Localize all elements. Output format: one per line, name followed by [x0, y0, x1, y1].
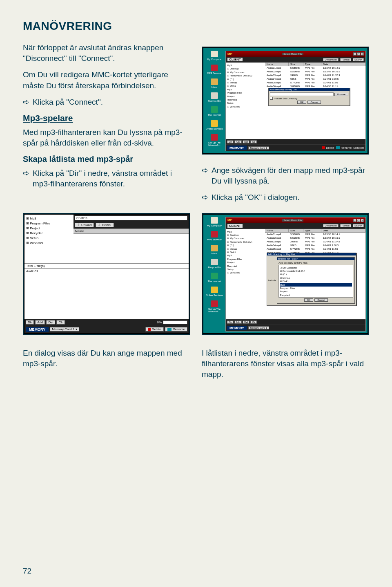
arrow-icon: ➪ — [23, 168, 29, 189]
maximize-icon[interactable]: ▢ — [357, 52, 360, 56]
instruction-text: Ange sökvägen för den mapp med mp3-spår … — [212, 165, 369, 186]
del-button[interactable]: Del — [46, 320, 55, 325]
memory-card-selector[interactable]: Memory Card 1 — [248, 146, 269, 150]
add-button[interactable]: Add — [234, 140, 242, 143]
folder-tree[interactable]: Mp3 ⊟ Desktop ⊞ My Computer ⊞ Removable … — [226, 229, 265, 319]
delete-icon — [322, 146, 325, 149]
playlist-area[interactable]: Audio01 — [24, 269, 189, 319]
directory-input[interactable] — [270, 92, 334, 96]
instruction-ok: ➪ Klicka på "OK" i dialogen. — [202, 192, 369, 203]
memory-label: MEMORY — [227, 326, 247, 330]
screenshot-browse-folder: My Computer MP3 Browser Inbox Recycle Bi… — [202, 213, 369, 335]
file-list[interactable]: Name Size Type Date Audio01.mp35,586KBMP… — [265, 63, 365, 139]
dialog-title: Add directory to Play List — [267, 253, 356, 255]
para-3: Med mp3-filhanteraren kan Du lyssna på m… — [23, 127, 190, 148]
title-tab[interactable]: Select Music File — [282, 53, 303, 55]
progress-label: 0% — [157, 320, 162, 324]
add-button[interactable]: Add — [234, 320, 242, 324]
local-folder-tree[interactable]: ⊞ Mp3 ⊞ Program Files ⊞ Project ⊞ Recycl… — [24, 215, 74, 263]
upload-button[interactable]: ⇧Upload — [75, 223, 94, 227]
include-subdir-checkbox[interactable]: Include Sub Directory — [270, 97, 348, 100]
instruction-connect: ➪ Klicka på "Connect". — [23, 97, 190, 108]
para-1: När förloppet är avslutat ändras knappen… — [23, 43, 190, 64]
dir-button[interactable]: Dir — [227, 320, 234, 324]
client-label: CLIENT — [227, 224, 243, 228]
browse-button[interactable]: Browse — [334, 93, 348, 96]
dir-button[interactable]: Dir — [26, 320, 34, 325]
cancel-button[interactable]: Cancel — [314, 298, 328, 302]
instruction-text: Klicka på "OK" i dialogen. — [212, 192, 299, 203]
folder-tree[interactable]: Mp3 ⊟ Desktop ⊞ My Computer ⊞ Removable … — [226, 63, 265, 139]
para-2: Om Du vill redigera MMC-kortet ytterliga… — [23, 69, 190, 91]
instruction-text: Klicka på "Dir" i nedre, vänstra området… — [33, 168, 190, 189]
del-button[interactable]: Del — [243, 320, 249, 324]
dialog-title: Add directory to Play List — [269, 88, 350, 91]
add-button[interactable]: Add — [35, 320, 45, 325]
clr-button[interactable]: Clr — [56, 320, 65, 325]
add-directory-dialog: Add directory to Play List Include Brows… — [267, 253, 356, 306]
delete-button[interactable]: Delete — [326, 146, 334, 149]
arrow-icon: ➪ — [202, 165, 208, 186]
page-number: 72 — [23, 567, 31, 576]
delete-button[interactable]: Delete — [145, 327, 164, 332]
memory-label: MEMORY — [227, 146, 247, 150]
bottom-columns: En dialog visas där Du kan ange mappen m… — [23, 348, 369, 386]
screenshot-local-pane: ⊞ Mp3 ⊞ Program Files ⊞ Project ⊞ Recycl… — [23, 213, 190, 335]
mkfolder-button[interactable]: Mkfolder — [353, 146, 364, 149]
app-logo: MP — [227, 52, 232, 56]
browse-dialog-label: Add directory for MP3 files — [278, 262, 353, 264]
left-column: När förloppet är avslutat ändras knappen… — [23, 43, 190, 209]
ok-button[interactable]: OK — [297, 101, 307, 104]
memory-label: MEMORY — [26, 327, 49, 332]
file-area[interactable] — [74, 234, 189, 263]
clr-button[interactable]: Clr — [250, 320, 257, 324]
memory-card-selector[interactable]: Memory Card 1 — [248, 326, 269, 329]
format-button[interactable]: Format — [340, 58, 351, 61]
dir-button[interactable]: Dir — [227, 140, 234, 143]
mp3-browser-window: MP Select Music File _ ▢ × CLIENT Discon… — [225, 51, 366, 151]
instruction-text: Klicka på "Connect". — [33, 97, 103, 108]
browse-tree[interactable]: ⊟ My Computer ⊞ Removable Disk (A:) ⊟ (C… — [278, 265, 353, 298]
close-icon[interactable]: × — [361, 219, 364, 222]
heading-skapa-latlista: Skapa låtlista med mp3-spår — [23, 155, 190, 164]
para-latlistan: I låtlistan i nedre, vänstra området i m… — [202, 348, 369, 380]
desktop-icons: My Computer MP3 Browser Inbox Recycle Bi… — [203, 215, 225, 333]
search-button[interactable]: Search — [353, 224, 364, 227]
para-dialog-visas: En dialog visas där Du kan ange mappen m… — [23, 348, 190, 369]
cancel-button[interactable]: Cancel — [307, 101, 321, 104]
clr-button[interactable]: Clr — [250, 140, 257, 143]
client-label: CLIENT — [227, 58, 243, 61]
right-shot-col: My Computer MP3 Browser Inbox Recycle Bi… — [202, 209, 369, 345]
search-button[interactable]: Search — [353, 58, 364, 61]
top-columns: När förloppet är avslutat ändras knappen… — [23, 43, 369, 209]
del-button[interactable]: Del — [243, 140, 249, 143]
disconnect-button[interactable]: Disconnect — [323, 224, 339, 227]
minimize-icon[interactable]: _ — [353, 219, 356, 222]
path-input[interactable]: C:\MP3 — [75, 216, 187, 220]
maximize-icon[interactable]: ▢ — [357, 219, 360, 222]
memory-card-selector[interactable]: Memory Card 1 ▾ — [50, 327, 79, 332]
download-button[interactable]: ⇩Downl — [96, 223, 114, 227]
title-tab[interactable]: Select Music File — [282, 219, 303, 222]
add-directory-dialog: Add directory to Play List Browse Includ… — [268, 88, 350, 106]
file-list[interactable]: Name Size Type Date Audio01.mp35,586KBMP… — [265, 229, 365, 319]
format-button[interactable]: Format — [340, 224, 351, 227]
middle-columns: ⊞ Mp3 ⊞ Program Files ⊞ Project ⊞ Recycl… — [23, 209, 369, 345]
page-header: MANÖVRERING — [23, 20, 369, 33]
left-shot-col: ⊞ Mp3 ⊞ Program Files ⊞ Project ⊞ Recycl… — [23, 209, 190, 345]
disconnect-button[interactable]: Disconnect — [323, 58, 339, 61]
browse-dialog-title: Browse for Folder — [277, 258, 354, 260]
heading-mp3-spelare: Mp3-spelare — [23, 113, 190, 123]
instruction-ange-sokvag: ➪ Ange sökvägen för den mapp med mp3-spå… — [202, 165, 369, 186]
rename-button[interactable]: Rename — [165, 327, 187, 332]
arrow-icon: ➪ — [23, 97, 29, 108]
delete-icon — [148, 328, 151, 331]
include-label: Include — [268, 279, 276, 282]
rename-button[interactable]: Rename — [341, 146, 352, 149]
ok-button[interactable]: OK — [304, 298, 314, 302]
close-icon[interactable]: × — [361, 52, 364, 56]
browse-folder-dialog: Browse for Folder Add directory for MP3 … — [277, 257, 355, 304]
minimize-icon[interactable]: _ — [353, 52, 356, 56]
mp3-browser-window: MP Select Music File _ ▢ × CLIENT Discon… — [225, 217, 366, 332]
instruction-dir: ➪ Klicka på "Dir" i nedre, vänstra områd… — [23, 168, 190, 189]
